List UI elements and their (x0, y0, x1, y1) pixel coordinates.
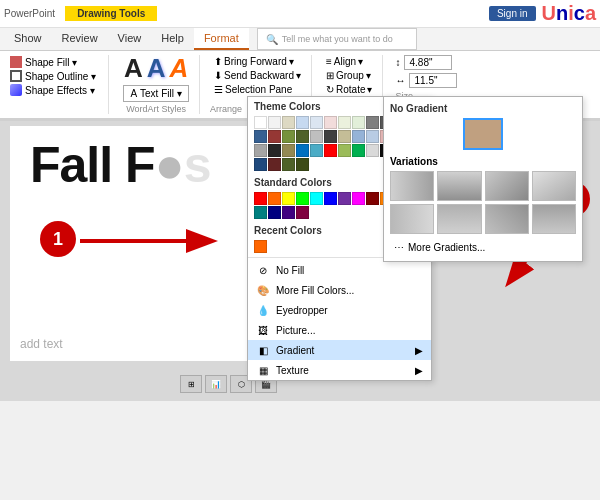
color-cell[interactable] (268, 206, 281, 219)
gradient-variation-cell[interactable] (485, 204, 529, 234)
color-cell[interactable] (338, 116, 351, 129)
shape-outline-btn[interactable]: Shape Outline ▾ (6, 69, 100, 83)
slide-title: Fall F●s (30, 136, 211, 194)
dropdown-arrow-icon2: ▾ (91, 71, 96, 82)
color-cell[interactable] (366, 144, 379, 157)
tab-show[interactable]: Show (4, 28, 52, 50)
color-cell[interactable] (254, 130, 267, 143)
color-cell[interactable] (310, 192, 323, 205)
gradient-icon: ◧ (256, 343, 270, 357)
align-btn[interactable]: ≡ Align ▾ (322, 55, 376, 68)
text-fill-button[interactable]: A Text Fill ▾ (123, 85, 189, 102)
shape-effects-icon (10, 84, 22, 96)
color-cell[interactable] (324, 130, 337, 143)
bring-forward-btn[interactable]: ⬆ Bring Forward ▾ (210, 55, 305, 68)
color-cell[interactable] (324, 144, 337, 157)
texture-arrow-icon: ▶ (415, 365, 423, 376)
dropdown-arrow-icon: ▾ (72, 57, 77, 68)
texture-item[interactable]: ▦ Texture ▶ (248, 360, 431, 380)
width-input[interactable] (409, 73, 457, 88)
chart-icon[interactable]: 📊 (205, 375, 227, 393)
gradient-variation-cell[interactable] (485, 171, 529, 201)
wordart-group: A A A A Text Fill ▾ WordArt Styles (113, 55, 200, 114)
color-cell[interactable] (366, 130, 379, 143)
color-cell[interactable] (268, 158, 281, 171)
send-backward-icon: ⬇ (214, 70, 222, 81)
color-cell[interactable] (352, 144, 365, 157)
color-cell[interactable] (296, 206, 309, 219)
picture-item[interactable]: 🖼 Picture... (248, 320, 431, 340)
rotate-btn[interactable]: ↻ Rotate ▾ (322, 83, 376, 96)
color-cell[interactable] (268, 116, 281, 129)
more-gradients-item[interactable]: ⋯ More Gradients... (390, 240, 576, 255)
gradient-variation-cell[interactable] (532, 171, 576, 201)
color-cell[interactable] (324, 116, 337, 129)
color-cell[interactable] (338, 144, 351, 157)
gradient-variation-cell[interactable] (390, 204, 434, 234)
color-cell[interactable] (296, 144, 309, 157)
table-icon[interactable]: ⊞ (180, 375, 202, 393)
color-cell[interactable] (254, 192, 267, 205)
color-cell[interactable] (282, 144, 295, 157)
color-cell[interactable] (352, 130, 365, 143)
drawing-tools-tab: Drawing Tools (65, 6, 157, 21)
eyedropper-item[interactable]: 💧 Eyedropper (248, 300, 431, 320)
tab-review[interactable]: Review (52, 28, 108, 50)
more-gradients-icon: ⋯ (394, 242, 404, 253)
color-cell[interactable] (268, 144, 281, 157)
color-cell[interactable] (268, 130, 281, 143)
color-cell[interactable] (366, 116, 379, 129)
sign-in-button[interactable]: Sign in (489, 6, 536, 21)
bring-forward-arrow: ▾ (289, 56, 294, 67)
color-cell[interactable] (282, 130, 295, 143)
shape-effects-btn[interactable]: Shape Effects ▾ (6, 83, 100, 97)
color-cell[interactable] (254, 206, 267, 219)
selection-pane-btn[interactable]: ☰ Selection Pane (210, 83, 305, 96)
text-fill-dropdown-icon: ▾ (177, 88, 182, 99)
color-cell[interactable] (310, 116, 323, 129)
gradient-variation-cell[interactable] (437, 171, 481, 201)
gradient-item[interactable]: ◧ Gradient ▶ (248, 340, 431, 360)
color-cell[interactable] (310, 144, 323, 157)
more-fill-colors-item[interactable]: 🎨 More Fill Colors... (248, 280, 431, 300)
tab-help[interactable]: Help (151, 28, 194, 50)
color-cell[interactable] (254, 158, 267, 171)
tab-view[interactable]: View (108, 28, 152, 50)
color-cell[interactable] (338, 130, 351, 143)
group-btn[interactable]: ⊞ Group ▾ (322, 69, 376, 82)
wordart-a2: A (147, 55, 166, 81)
recent-color-cell[interactable] (254, 240, 267, 253)
color-cell[interactable] (282, 192, 295, 205)
send-backward-btn[interactable]: ⬇ Send Backward ▾ (210, 69, 305, 82)
color-cell[interactable] (338, 192, 351, 205)
height-input[interactable] (404, 55, 452, 70)
color-cell[interactable] (352, 192, 365, 205)
color-cell[interactable] (268, 192, 281, 205)
color-cell[interactable] (254, 144, 267, 157)
color-cell[interactable] (296, 192, 309, 205)
color-cell[interactable] (282, 206, 295, 219)
color-cell[interactable] (296, 116, 309, 129)
shape-fill-icon (10, 56, 22, 68)
color-cell[interactable] (366, 192, 379, 205)
gradient-variation-cell[interactable] (390, 171, 434, 201)
color-cell[interactable] (296, 130, 309, 143)
gradient-variation-cell[interactable] (437, 204, 481, 234)
color-cell[interactable] (324, 192, 337, 205)
color-cell[interactable] (254, 116, 267, 129)
picture-icon: 🖼 (256, 323, 270, 337)
color-cell[interactable] (352, 116, 365, 129)
tab-format[interactable]: Format (194, 28, 249, 50)
selection-pane-icon: ☰ (214, 84, 223, 95)
color-cell[interactable] (310, 130, 323, 143)
color-cell[interactable] (282, 116, 295, 129)
color-cell[interactable] (282, 158, 295, 171)
no-gradient-preview[interactable] (463, 118, 503, 150)
eyedropper-icon: 💧 (256, 303, 270, 317)
no-fill-item[interactable]: ⊘ No Fill (248, 260, 431, 280)
shape-outline-icon (10, 70, 22, 82)
slide-subtitle: add text (20, 337, 63, 351)
gradient-variation-cell[interactable] (532, 204, 576, 234)
shape-fill-btn[interactable]: Shape Fill ▾ (6, 55, 100, 69)
color-cell[interactable] (296, 158, 309, 171)
